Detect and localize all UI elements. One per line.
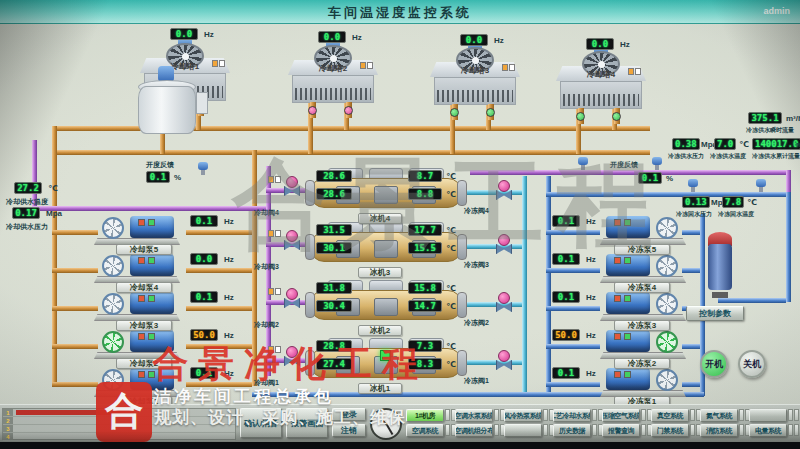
chilled-valve-label: 冷冻阀2 [464, 318, 489, 327]
celsius-unit: ℃ [446, 172, 456, 182]
stop-button[interactable]: 关机 [738, 350, 766, 378]
chiller-chilled-out-display: 17.7 [408, 224, 442, 236]
cooling-tower-2[interactable]: 冷却塔2 [288, 40, 378, 118]
mpa-unit: Mpa [46, 209, 62, 219]
chiller-panel [374, 186, 398, 204]
hz-unit: Hz [586, 217, 596, 227]
chiller-cap [457, 350, 467, 376]
pump-status-indicator [138, 371, 145, 378]
pump-status-indicator [614, 371, 621, 378]
menu-compressed-air[interactable]: 压缩空气系统 [602, 409, 640, 422]
menu-fire-system[interactable]: 消防系统 [700, 424, 738, 437]
tower1-hz-display: 0.0 [170, 28, 198, 40]
chiller-label: 冰机4 [358, 213, 402, 224]
menu-machine-room-1[interactable]: 1#机房 [406, 409, 444, 422]
chilled-supply-temp-display: 7.0 [714, 138, 736, 150]
menu-alarm-query[interactable]: 报警查询 [602, 424, 640, 437]
menu-access-control[interactable]: 门禁系统 [651, 424, 689, 437]
pump-label: 冷冻泵5 [614, 244, 670, 255]
pipe-pump-stub [186, 268, 252, 273]
celsius-unit: ℃ [446, 226, 456, 236]
pipe-pump-stub [546, 230, 600, 235]
scada-screen: 车间温湿度监控系统 admin [0, 0, 800, 449]
pump-status-indicator [624, 371, 631, 378]
cooling-water-tank[interactable] [136, 66, 208, 146]
tower-valve-icon[interactable] [344, 106, 353, 115]
celsius-unit: ℃ [446, 244, 456, 254]
tower-valve-icon[interactable] [308, 106, 317, 115]
chilled-valve-icon[interactable] [496, 350, 510, 368]
chilled-total-flow-display: 140017.0 [752, 138, 800, 150]
chiller-cooling-out-display: 28.6 [316, 188, 352, 200]
pipe-pump-stub [546, 306, 600, 311]
watermark-company-logo: 合 [96, 382, 152, 442]
pump-status-indicator [614, 333, 621, 340]
menu-blank-button[interactable] [749, 409, 787, 422]
chiller-chilled-in-display: 14.7 [408, 300, 442, 312]
cooling-tower-4[interactable]: 冷却塔4 [556, 46, 646, 124]
pipe-pump-stub [52, 268, 98, 273]
tower-valve-icon[interactable] [486, 108, 495, 117]
pump-hz-display: 0.1 [552, 253, 580, 265]
tower2-hz-display: 0.0 [318, 31, 346, 43]
chiller-panel [374, 298, 398, 316]
menu-power-system[interactable]: 电量系统 [749, 424, 787, 437]
pump-hz-display: 50.0 [552, 329, 580, 341]
pump-status-indicator [148, 257, 155, 264]
tower-mode-indicator [502, 64, 515, 71]
chilled-return-temp-label: 冷冻回水温度 [718, 210, 754, 219]
chiller-chilled-out-display: 15.8 [408, 282, 442, 294]
cooling-valve-label: 冷却阀4 [254, 208, 279, 217]
menu-indicator [788, 409, 799, 421]
tower-mode-indicator [212, 60, 225, 67]
menu-hvac-pump-system[interactable]: 空调水泵系统 [455, 409, 493, 422]
menu-vacuum-system[interactable]: 真空系统 [651, 409, 689, 422]
transmitter-icon [652, 157, 662, 170]
menu-history-data[interactable]: 历史数据 [553, 424, 591, 437]
chiller-label: 冰机1 [358, 383, 402, 394]
opening-feedback-right-label: 开度反馈 [610, 160, 638, 169]
opening-feedback-left-label: 开度反馈 [146, 160, 174, 169]
menu-ahu-distribution[interactable]: 空调机组分布 [455, 424, 493, 437]
hz-unit: Hz [224, 331, 234, 341]
pipe-chilled-stub [460, 244, 522, 249]
transmitter-icon [756, 179, 766, 192]
pump-status-indicator [624, 219, 631, 226]
tower-valve-icon[interactable] [612, 112, 621, 121]
cooling-valve-icon[interactable] [284, 176, 298, 194]
tower-valve-icon[interactable] [450, 108, 459, 117]
pump-impeller-icon [656, 217, 678, 239]
pipe-chilled-stub [460, 190, 522, 195]
hz-unit: Hz [204, 30, 214, 40]
menu-air-cooled-heat-pump[interactable]: 风冷热泵系统 [504, 409, 542, 422]
chilled-valve-icon[interactable] [496, 234, 510, 252]
chiller-cooling-in-display: 31.5 [316, 224, 352, 236]
valve-mode-indicator [268, 230, 281, 237]
chilled-valve-icon[interactable] [496, 180, 510, 198]
start-button[interactable]: 开机 [700, 350, 728, 378]
menu-nitrogen-system[interactable]: 氮气系统 [700, 409, 738, 422]
celsius-unit: ℃ [446, 360, 456, 370]
control-params-button[interactable]: 控制参数 [686, 306, 744, 321]
pump-impeller-icon [102, 217, 124, 239]
celsius-unit: ℃ [446, 342, 456, 352]
cooling-valve-icon[interactable] [284, 230, 298, 248]
tower-body [560, 81, 642, 109]
chilled-supply-pressure-label: 冷冻供水压力 [668, 152, 704, 161]
pipe-cooling-main-lower [52, 150, 650, 155]
tower-valve-icon[interactable] [576, 112, 585, 121]
pipe-pump-stub [52, 230, 98, 235]
hz-unit: Hz [586, 293, 596, 303]
cooling-tower-3[interactable]: 冷却塔3 [430, 42, 520, 120]
hz-unit: Hz [586, 331, 596, 341]
hz-unit: Hz [352, 33, 362, 43]
hz-unit: Hz [586, 255, 596, 265]
menu-process-cooling-water[interactable]: 工艺冷却水系统 [553, 409, 591, 422]
menu-hvac-system[interactable]: 空调系统 [406, 424, 444, 437]
tower-mode-indicator [628, 68, 641, 75]
chilled-valve-icon[interactable] [496, 292, 510, 310]
tank-panel [196, 92, 208, 114]
pump-impeller-icon [656, 293, 678, 315]
cooling-valve-icon[interactable] [284, 288, 298, 306]
menu-blank-button[interactable] [504, 424, 542, 437]
